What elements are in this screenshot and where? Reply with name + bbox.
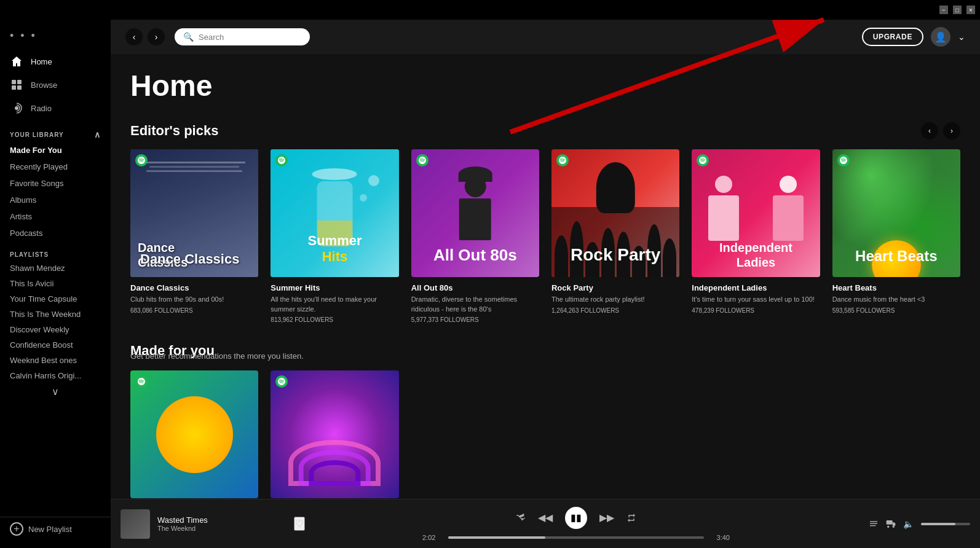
- sidebar-item-browse[interactable]: Browse: [0, 73, 111, 96]
- card-image-independent-ladies: IndependentLadies: [692, 149, 820, 277]
- radio-label: Radio: [31, 104, 52, 113]
- now-playing-right: 🔈: [847, 519, 970, 529]
- progress-fill: [448, 536, 545, 539]
- card-summer-hits[interactable]: Summer Hits Summer Hits All the hits you…: [271, 149, 398, 323]
- all-out-80s-title: All Out 80s: [411, 283, 539, 292]
- summer-hits-followers: 813,962 FOLLOWERS: [271, 316, 398, 323]
- card-mfy-1[interactable]: [130, 370, 258, 499]
- sidebar-item-home[interactable]: Home: [0, 50, 111, 73]
- editors-picks-grid: DanceClassics Dance Classics Club hits f…: [130, 149, 960, 323]
- sidebar-item-albums[interactable]: Albums: [0, 192, 111, 208]
- playlist-item-time-capsule[interactable]: Your Time Capsule: [0, 291, 111, 307]
- playlist-item-calvin-harris[interactable]: Calvin Harris Origi...: [0, 368, 111, 383]
- forward-button[interactable]: ›: [148, 28, 165, 45]
- made-for-you-section: Made for you Get better recommendations …: [130, 343, 960, 499]
- main-content-scroll[interactable]: Home Editor's picks ‹ ›: [111, 54, 980, 499]
- heart-beats-title: Heart Beats: [832, 283, 960, 292]
- section-next-button[interactable]: ›: [943, 122, 960, 139]
- card-independent-ladies[interactable]: IndependentLadies Independent Ladies It'…: [692, 149, 820, 323]
- card-image-all-out-80s: All Out 80s: [411, 149, 539, 277]
- card-dance-classics[interactable]: DanceClassics Dance Classics Club hits f…: [130, 149, 258, 323]
- card-all-out-80s[interactable]: All Out 80s All Out 80s Dramatic, divers…: [411, 149, 539, 323]
- playlist-item-shawn-mendez[interactable]: Shawn Mendez: [0, 260, 111, 276]
- rock-party-desc: The ultimate rock party playlist!: [551, 295, 679, 304]
- top-bar: ‹ › 🔍 UPGRADE 👤 ⌄: [111, 20, 980, 54]
- svg-point-4: [15, 106, 18, 110]
- progress-track[interactable]: [448, 536, 704, 539]
- dance-classics-text: DanceClassics: [138, 240, 188, 270]
- search-icon: 🔍: [183, 32, 194, 42]
- svg-rect-1: [17, 80, 22, 84]
- playlist-item-avicii[interactable]: This Is Avicii: [0, 276, 111, 291]
- sun-graphic: [156, 396, 233, 473]
- title-bar: − □ ×: [0, 0, 980, 20]
- independent-ladies-title: Independent Ladies: [692, 283, 820, 292]
- track-info: Wasted Times The Weeknd: [157, 515, 286, 532]
- spotify-logo-mfy1: [135, 375, 148, 388]
- volume-fill: [921, 523, 955, 525]
- playlist-item-confidence-boost[interactable]: Confidence Boost: [0, 337, 111, 353]
- nav-arrows: ‹ ›: [125, 28, 165, 45]
- playlist-item-weeknd-best[interactable]: Weeknd Best ones: [0, 353, 111, 368]
- card-rock-party[interactable]: Rock Party Rock Party The ultimate rock …: [551, 149, 679, 323]
- new-playlist-section: + New Playlist: [0, 517, 111, 541]
- section-prev-button[interactable]: ‹: [921, 122, 938, 139]
- playlist-item-discover-weekly[interactable]: Discover Weekly: [0, 322, 111, 337]
- dropdown-chevron-icon[interactable]: ⌄: [958, 32, 965, 42]
- sidebar-item-artists[interactable]: Artists: [0, 208, 111, 225]
- play-pause-button[interactable]: ▮▮: [565, 507, 587, 529]
- spotify-logo-summer: [275, 154, 288, 166]
- back-button[interactable]: ‹: [125, 28, 143, 45]
- search-input[interactable]: [199, 33, 297, 42]
- card-heart-beats[interactable]: Heart Beats Heart Beats Dance music from…: [832, 149, 960, 323]
- browse-icon: [10, 78, 23, 92]
- track-name: Wasted Times: [157, 515, 286, 525]
- playlists-label: PLAYLISTS: [0, 241, 111, 260]
- shuffle-button[interactable]: [516, 513, 526, 523]
- sidebar-item-recently-played[interactable]: Recently Played: [0, 159, 111, 175]
- sidebar-menu-dots[interactable]: • • •: [0, 27, 111, 50]
- rock-party-title: Rock Party: [551, 283, 679, 292]
- volume-bar[interactable]: [921, 523, 970, 525]
- sidebar-item-made-for-you[interactable]: Made For You: [0, 142, 111, 159]
- prev-track-button[interactable]: ◀◀: [538, 512, 553, 523]
- card-image-mfy-2: [271, 370, 398, 498]
- like-button[interactable]: ♡: [294, 517, 305, 531]
- independent-ladies-followers: 478,239 FOLLOWERS: [692, 307, 820, 314]
- devices-button[interactable]: [886, 519, 896, 529]
- maximize-button[interactable]: □: [953, 6, 962, 14]
- home-icon: [10, 55, 23, 68]
- spotify-logo-heart: [837, 154, 850, 166]
- next-track-button[interactable]: ▶▶: [599, 512, 614, 523]
- rock-party-followers: 1,264,263 FOLLOWERS: [551, 307, 679, 314]
- sidebar-item-podcasts[interactable]: Podcasts: [0, 225, 111, 241]
- track-artist: The Weeknd: [157, 525, 286, 532]
- made-for-you-desc: Get better recommendations the more you …: [130, 351, 960, 361]
- dance-classics-desc: Club hits from the 90s and 00s!: [130, 295, 258, 304]
- total-time: 3:40: [710, 534, 730, 541]
- svg-rect-6: [870, 523, 877, 523]
- search-bar[interactable]: 🔍: [175, 28, 310, 45]
- card-mfy-2[interactable]: [271, 370, 398, 499]
- card-image-mfy-1: [130, 370, 258, 498]
- queue-button[interactable]: [869, 519, 879, 529]
- user-profile-button[interactable]: 👤: [931, 27, 950, 47]
- editors-picks-title: Editor's picks: [130, 123, 218, 139]
- minimize-button[interactable]: −: [939, 6, 948, 14]
- playlist-item-weeknd[interactable]: This Is The Weeknd: [0, 307, 111, 322]
- summer-hits-title: Summer Hits: [271, 283, 398, 292]
- volume-button[interactable]: 🔈: [903, 519, 914, 529]
- summer-hits-desc: All the hits you'll need to make your su…: [271, 295, 398, 314]
- window-controls[interactable]: − □ ×: [939, 6, 975, 14]
- now-playing-left: Wasted Times The Weeknd ♡: [121, 509, 305, 539]
- sidebar-item-favorite-songs[interactable]: Favorite Songs: [0, 175, 111, 192]
- svg-point-9: [887, 525, 889, 527]
- sidebar-item-radio[interactable]: Radio: [0, 96, 111, 120]
- repeat-button[interactable]: [626, 513, 636, 523]
- library-chevron[interactable]: ∧: [94, 130, 101, 139]
- made-for-you-grid: [130, 370, 960, 499]
- close-button[interactable]: ×: [966, 6, 975, 14]
- upgrade-button[interactable]: UPGRADE: [862, 28, 923, 46]
- new-playlist-button[interactable]: + New Playlist: [10, 522, 101, 536]
- top-bar-right: UPGRADE 👤 ⌄: [862, 27, 965, 47]
